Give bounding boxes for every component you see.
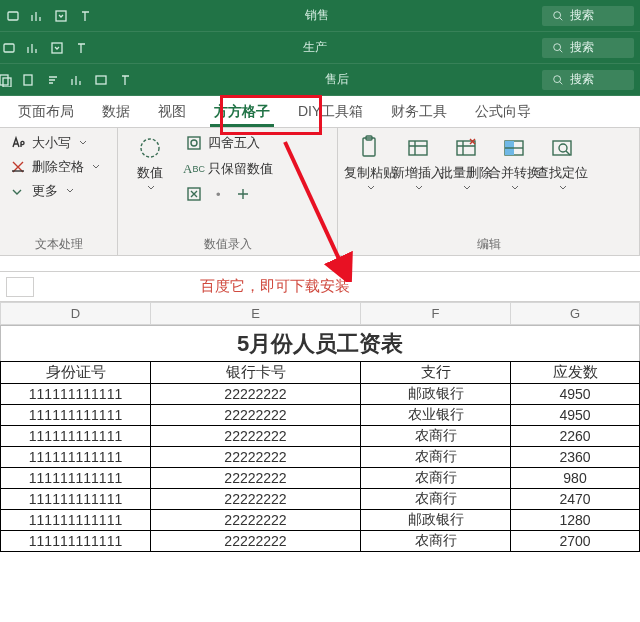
cell[interactable]: 2260 — [511, 426, 640, 447]
cell[interactable]: 22222222 — [151, 447, 361, 468]
cell[interactable]: 980 — [511, 468, 640, 489]
title-bar-2: 生产 搜索 — [0, 32, 640, 64]
cell[interactable]: 农商行 — [361, 447, 511, 468]
title-bar-1: 销售 搜索 — [0, 0, 640, 32]
tab-6[interactable]: 公式向导 — [461, 97, 545, 127]
group-edit: 复制粘贴 新增插入 批量删除 合并转换 查找定位 — [338, 128, 640, 255]
sheet-title[interactable]: 5月份人员工资表 — [1, 326, 640, 362]
cell[interactable]: 农商行 — [361, 489, 511, 510]
shape-icon[interactable] — [2, 41, 16, 55]
chart-icon[interactable] — [30, 9, 44, 23]
cell[interactable]: 22222222 — [151, 531, 361, 552]
tab-1[interactable]: 数据 — [88, 97, 144, 127]
cell[interactable]: 111111111111 — [1, 426, 151, 447]
cell[interactable]: 111111111111 — [1, 510, 151, 531]
formula-bar[interactable]: 百度它，即可下载安装 — [0, 272, 640, 302]
cell[interactable]: 农商行 — [361, 531, 511, 552]
search-box[interactable]: 搜索 — [542, 38, 634, 58]
btn-round[interactable]: 四舍五入 — [186, 134, 273, 152]
cell[interactable]: 4950 — [511, 405, 640, 426]
btn-delete[interactable]: 批量删除 — [444, 134, 488, 192]
cell[interactable]: 1280 — [511, 510, 640, 531]
cell[interactable]: 2700 — [511, 531, 640, 552]
cell[interactable]: 22222222 — [151, 426, 361, 447]
svg-rect-0 — [8, 12, 18, 20]
cell[interactable]: 22222222 — [151, 489, 361, 510]
qat-icons — [2, 41, 88, 55]
dropdown-icon[interactable] — [50, 41, 64, 55]
chart-icon[interactable] — [26, 41, 40, 55]
shape-icon[interactable] — [94, 73, 108, 87]
cell[interactable]: 111111111111 — [1, 405, 151, 426]
chevron-down-icon — [79, 139, 87, 147]
svg-point-2 — [554, 11, 561, 18]
search-label: 搜索 — [570, 71, 594, 88]
tab-5[interactable]: 财务工具 — [377, 97, 461, 127]
btn-keep-value[interactable]: ABC 只保留数值 — [186, 160, 273, 178]
cell[interactable]: 111111111111 — [1, 531, 151, 552]
btn-case[interactable]: 大小写 — [10, 134, 107, 152]
chevron-down-icon — [92, 163, 100, 171]
table-header[interactable]: 身份证号 — [1, 362, 151, 384]
text-icon[interactable] — [78, 9, 92, 23]
cell[interactable]: 邮政银行 — [361, 510, 511, 531]
tab-4[interactable]: DIY工具箱 — [284, 97, 377, 127]
chevron-down-icon — [147, 184, 155, 192]
ribbon-tabs: 页面布局数据视图方方格子DIY工具箱财务工具公式向导 — [0, 96, 640, 128]
cell[interactable]: 邮政银行 — [361, 384, 511, 405]
search-label: 搜索 — [570, 39, 594, 56]
fx-icon[interactable] — [6, 277, 34, 297]
btn-trim[interactable]: 删除空格 — [10, 158, 107, 176]
table-header[interactable]: 支行 — [361, 362, 511, 384]
copy-icon[interactable] — [22, 73, 36, 87]
btn-more[interactable]: 更多 — [10, 182, 107, 200]
col-header[interactable]: G — [511, 303, 640, 325]
btn-insert[interactable]: 新增插入 — [396, 134, 440, 192]
cell[interactable]: 22222222 — [151, 405, 361, 426]
col-header[interactable]: D — [1, 303, 151, 325]
tab-3[interactable]: 方方格子 — [200, 97, 284, 127]
table-header[interactable]: 应发数 — [511, 362, 640, 384]
cell[interactable]: 111111111111 — [1, 468, 151, 489]
qat-icons — [0, 73, 132, 87]
copy-icon[interactable] — [0, 73, 12, 87]
cell[interactable]: 111111111111 — [1, 384, 151, 405]
group-numeric: 数值 四舍五入 ABC 只保留数值 • 数值录入 — [118, 128, 338, 255]
chart-icon[interactable] — [70, 73, 84, 87]
table-header[interactable]: 银行卡号 — [151, 362, 361, 384]
cell[interactable]: 22222222 — [151, 510, 361, 531]
cell[interactable]: 111111111111 — [1, 489, 151, 510]
btn-merge[interactable]: 合并转换 — [492, 134, 536, 192]
text-icon[interactable] — [74, 41, 88, 55]
tab-0[interactable]: 页面布局 — [4, 97, 88, 127]
cell[interactable]: 农商行 — [361, 426, 511, 447]
cell[interactable]: 农业银行 — [361, 405, 511, 426]
search-box[interactable]: 搜索 — [542, 6, 634, 26]
btn-copy-paste[interactable]: 复制粘贴 — [348, 134, 392, 192]
tab-2[interactable]: 视图 — [144, 97, 200, 127]
col-header[interactable]: E — [151, 303, 361, 325]
cell[interactable]: 4950 — [511, 384, 640, 405]
cell[interactable]: 2470 — [511, 489, 640, 510]
col-header[interactable]: F — [361, 303, 511, 325]
cell[interactable]: 22222222 — [151, 468, 361, 489]
search-label: 搜索 — [570, 7, 594, 24]
window-label: 售后 — [142, 71, 532, 88]
btn-misc[interactable]: • — [186, 186, 273, 202]
dropdown-icon[interactable] — [54, 9, 68, 23]
worksheet[interactable]: 5月份人员工资表身份证号银行卡号支行应发数1111111111112222222… — [0, 325, 640, 552]
cell[interactable]: 2360 — [511, 447, 640, 468]
search-box[interactable]: 搜索 — [542, 70, 634, 90]
svg-point-22 — [559, 144, 567, 152]
shape-icon[interactable] — [6, 9, 20, 23]
text-icon[interactable] — [118, 73, 132, 87]
sort-icon[interactable] — [46, 73, 60, 87]
btn-numeric[interactable]: 数值 — [128, 134, 172, 202]
svg-point-13 — [191, 140, 197, 146]
cell[interactable]: 22222222 — [151, 384, 361, 405]
cell[interactable]: 111111111111 — [1, 447, 151, 468]
window-label: 生产 — [98, 39, 532, 56]
btn-find[interactable]: 查找定位 — [540, 134, 584, 192]
cell[interactable]: 农商行 — [361, 468, 511, 489]
svg-rect-9 — [96, 76, 106, 84]
